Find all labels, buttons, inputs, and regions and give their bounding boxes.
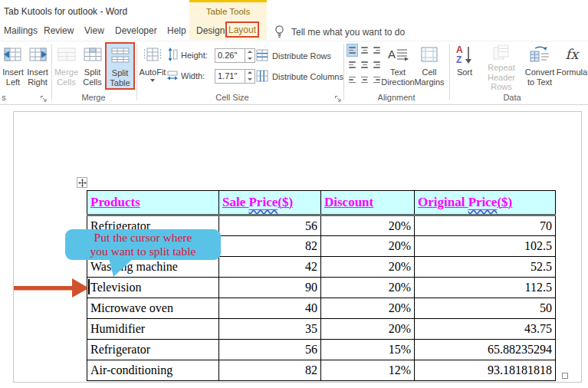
table-move-handle[interactable]	[77, 177, 87, 188]
spin-down-icon[interactable]	[245, 55, 255, 62]
align-bottom-left-button[interactable]	[347, 73, 358, 86]
insert-right-button[interactable]: Insert Right	[25, 43, 50, 90]
cell-original[interactable]: 102.5	[415, 236, 556, 257]
label: to Text	[527, 77, 552, 87]
spin-up-icon[interactable]	[245, 49, 255, 56]
cell-original[interactable]: 93.18181818	[415, 360, 556, 381]
text-direction-button[interactable]: A Text Direction	[383, 43, 412, 90]
tab-review[interactable]: Review	[44, 25, 74, 36]
window-title: Tab Kutools for outlook - Word	[4, 6, 127, 17]
align-top-right-button[interactable]	[371, 44, 383, 57]
dialog-launcher-icon[interactable]	[40, 92, 48, 100]
insert-right-icon	[28, 44, 48, 65]
annotation-arrow-icon	[12, 278, 89, 299]
label: Convert	[525, 67, 555, 77]
data-group-label: Data	[503, 93, 521, 102]
callout-line: you want to split table	[65, 245, 221, 258]
cell-discount[interactable]: 20%	[321, 298, 415, 319]
cell-sale[interactable]: 40	[219, 298, 321, 319]
col-header-sale-price[interactable]: Sale Price($)	[219, 191, 321, 215]
tab-help[interactable]: Help	[167, 25, 186, 36]
cell-discount[interactable]: 20%	[321, 319, 415, 340]
cell-sale[interactable]: 35	[219, 319, 321, 340]
sort-button[interactable]: AZ Sort	[451, 43, 478, 90]
height-spinner[interactable]	[245, 48, 255, 63]
label: Margins	[414, 77, 444, 87]
table-resize-handle[interactable]	[562, 373, 568, 379]
align-bottom-center-button[interactable]	[359, 73, 370, 86]
formula-button[interactable]: fx Formula	[557, 43, 586, 90]
cell-product[interactable]: Microwave oven	[87, 298, 219, 319]
callout-tooltip: Put the cursor where you want to split t…	[65, 229, 221, 260]
cell-original[interactable]: 65.88235294	[415, 340, 556, 360]
cell-size-group-label: Cell Size	[215, 93, 248, 102]
dialog-launcher-icon[interactable]	[334, 92, 343, 100]
label: AutoFit	[140, 67, 166, 77]
spin-down-icon[interactable]	[245, 76, 255, 83]
cell-product[interactable]: Television	[87, 278, 219, 298]
cell-sale[interactable]: 90	[219, 278, 321, 298]
col-header-products[interactable]: Products	[87, 191, 219, 215]
cell-sale[interactable]: 42	[219, 257, 321, 278]
align-center-button[interactable]	[359, 58, 370, 71]
sort-icon: AZ	[455, 44, 474, 65]
width-spinner[interactable]	[245, 69, 255, 84]
spellcheck-squiggle: Price	[248, 195, 278, 209]
spin-up-icon[interactable]	[245, 70, 255, 77]
align-center-right-button[interactable]	[371, 58, 383, 71]
cell-margins-button[interactable]: Cell Margins	[414, 43, 445, 90]
distribute-columns-button[interactable]: Distribute Columns	[256, 69, 343, 84]
cell-original[interactable]: 70	[415, 215, 556, 236]
cell-original[interactable]: 112.5	[415, 278, 556, 298]
autofit-button[interactable]: AutoFit	[140, 43, 166, 90]
split-table-button[interactable]: Split Table	[105, 42, 135, 90]
cell-sale[interactable]: 82	[219, 360, 321, 381]
tab-view[interactable]: View	[84, 25, 104, 36]
table-tools-label: Table Tools	[189, 7, 267, 16]
cell-discount[interactable]: 20%	[321, 215, 415, 236]
tab-developer[interactable]: Developer	[115, 25, 157, 36]
cell-original[interactable]: 52.5	[415, 257, 556, 278]
cell-product[interactable]: Humidifier	[87, 319, 219, 340]
text-direction-icon: A	[387, 44, 409, 65]
tab-layout[interactable]: Layout	[228, 25, 256, 35]
group-divider	[343, 44, 344, 100]
tabrow-divider	[0, 41, 588, 41]
col-header-discount[interactable]: Discount	[321, 191, 415, 215]
align-top-center-button[interactable]	[359, 44, 370, 57]
group-divider	[449, 44, 450, 100]
cell-sale[interactable]: 56	[219, 340, 321, 360]
split-cells-button[interactable]: Split Cells	[80, 43, 105, 90]
tab-design[interactable]: Design	[196, 25, 225, 36]
cell-product[interactable]: Refrigerator	[87, 340, 219, 360]
merge-cells-button[interactable]: Merge Cells	[54, 43, 79, 90]
tab-mailings[interactable]: Mailings	[4, 25, 38, 36]
label: Header Rows	[481, 73, 521, 92]
convert-to-text-button[interactable]: Convert to Text	[523, 43, 557, 90]
align-center-left-button[interactable]	[347, 58, 358, 71]
cell-discount[interactable]: 15%	[321, 340, 415, 360]
height-input[interactable]	[215, 48, 245, 63]
split-table-icon	[111, 44, 130, 66]
align-top-left-button[interactable]	[347, 44, 358, 57]
cell-original[interactable]: 50	[415, 298, 556, 319]
col-header-original-price[interactable]: Original Price($)	[415, 191, 556, 215]
width-input[interactable]	[215, 69, 245, 84]
table-header-row: Products Sale Price($) Discount Original…	[87, 191, 556, 215]
distribute-rows-icon	[256, 49, 268, 63]
cell-discount[interactable]: 20%	[321, 278, 415, 298]
cell-discount[interactable]: 20%	[321, 236, 415, 257]
cell-sale[interactable]: 56	[219, 215, 321, 236]
repeat-header-rows-button[interactable]: Repeat Header Rows	[481, 43, 521, 90]
dropdown-caret-icon	[150, 79, 155, 82]
formula-icon: fx	[566, 44, 579, 65]
cell-original[interactable]: 43.75	[415, 319, 556, 340]
cell-sale[interactable]: 82	[219, 236, 321, 257]
cell-discount[interactable]: 12%	[321, 360, 415, 381]
text-cursor	[88, 279, 90, 294]
cell-discount[interactable]: 20%	[321, 257, 415, 278]
tell-me-box[interactable]: Tell me what you want to do	[291, 27, 405, 38]
distribute-rows-button[interactable]: Distribute Rows	[256, 48, 331, 64]
insert-left-button[interactable]: Insert Left	[1, 43, 25, 90]
cell-product[interactable]: Air-conditioning	[87, 360, 219, 381]
